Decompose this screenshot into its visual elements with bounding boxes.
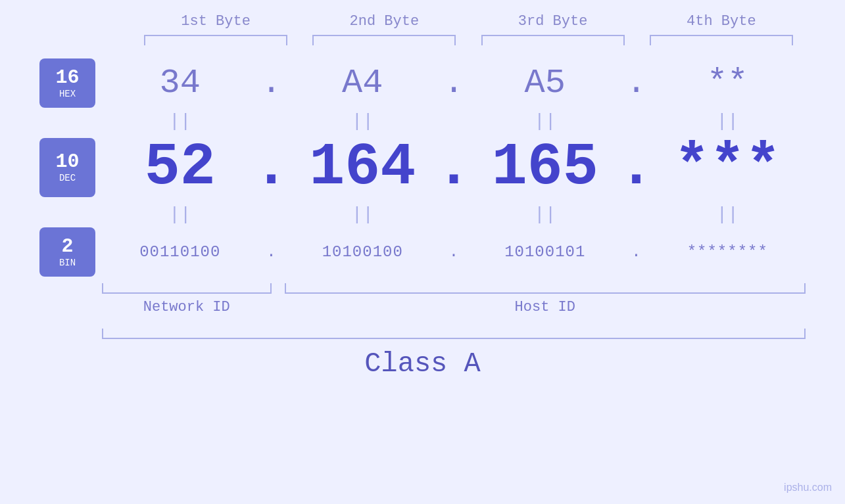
dec-dot-1: . xyxy=(258,134,285,201)
dec-dot-3: . xyxy=(623,134,650,201)
hex-value-4: ** xyxy=(707,64,748,103)
equals-row-1: || || || || xyxy=(39,108,806,134)
bottom-section: Network ID Host ID xyxy=(39,283,806,315)
dec-row: 10 DEC 52 . 164 . 165 . *** xyxy=(39,134,806,201)
hex-row: 16 HEX 34 . A4 . A5 . ** xyxy=(39,58,806,108)
bin-value-4: ******** xyxy=(687,243,768,261)
bracket-overall xyxy=(102,329,806,339)
bin-row: 2 BIN 00110100 . 10100100 . 10100101 . xyxy=(39,227,806,277)
bin-dot-3: . xyxy=(623,243,650,261)
bin-cell-2: 10100100 xyxy=(285,243,441,261)
bracket-top-2 xyxy=(312,35,456,45)
byte-headers: 1st Byte 2nd Byte 3rd Byte 4th Byte xyxy=(39,13,806,30)
eq-cell-2: || xyxy=(285,108,441,134)
hex-cell-2: A4 xyxy=(285,64,441,103)
dec-cell-2: 164 xyxy=(285,134,441,201)
class-row: Class A xyxy=(39,348,806,380)
bin-badge-number: 2 xyxy=(61,237,73,256)
bin-dot-icon-3: . xyxy=(631,243,640,261)
dec-value-4: *** xyxy=(674,134,781,201)
bracket-top-4 xyxy=(650,35,793,45)
dec-dot-icon-3: . xyxy=(619,134,654,201)
dec-cell-1: 52 xyxy=(102,134,258,201)
bin-dot-icon-1: . xyxy=(266,243,276,261)
bracket-host xyxy=(285,283,806,294)
byte-header-1: 1st Byte xyxy=(132,13,300,30)
hex-badge-number: 16 xyxy=(55,68,79,87)
bin-cell-4: ******** xyxy=(650,243,806,261)
bin-cells: 00110100 . 10100100 . 10100101 . *******… xyxy=(102,243,806,261)
labels-row: Network ID Host ID xyxy=(102,299,806,315)
dec-dot-icon-2: . xyxy=(436,134,471,201)
hex-value-2: A4 xyxy=(342,64,383,103)
dec-value-1: 52 xyxy=(145,134,216,201)
bin-value-2: 10100100 xyxy=(322,243,403,261)
dec-badge: 10 DEC xyxy=(39,138,95,197)
hex-cell-4: ** xyxy=(650,64,806,103)
eq-cell-1: || xyxy=(102,108,258,134)
hex-dot-icon-3: . xyxy=(626,64,646,103)
eq-spacer-5 xyxy=(441,201,467,227)
hex-dot-1: . xyxy=(258,64,285,103)
hex-cell-3: A5 xyxy=(467,64,623,103)
byte-header-2: 2nd Byte xyxy=(300,13,468,30)
bin-cell-3: 10100101 xyxy=(467,243,623,261)
hex-value-1: 34 xyxy=(160,64,201,103)
bottom-bracket-row xyxy=(102,283,806,294)
eq-cell-8: || xyxy=(650,201,806,227)
dec-dot-2: . xyxy=(441,134,467,201)
bin-dot-icon-2: . xyxy=(449,243,458,261)
dec-cell-3: 165 xyxy=(467,134,623,201)
overall-bracket-row xyxy=(39,329,806,339)
bin-dot-2: . xyxy=(441,243,467,261)
dec-cells: 52 . 164 . 165 . *** xyxy=(102,134,806,201)
bracket-cell-4 xyxy=(637,35,806,45)
dec-badge-label: DEC xyxy=(59,173,76,183)
byte-header-4: 4th Byte xyxy=(637,13,806,30)
dec-value-2: 164 xyxy=(309,134,416,201)
bin-value-3: 10100101 xyxy=(504,243,585,261)
hex-cell-1: 34 xyxy=(102,64,258,103)
dec-badge-number: 10 xyxy=(55,152,79,172)
eq-cell-4: || xyxy=(650,108,806,134)
bracket-top-1 xyxy=(144,35,287,45)
host-id-label: Host ID xyxy=(285,299,806,315)
bin-badge-label: BIN xyxy=(59,258,76,268)
bracket-top-3 xyxy=(481,35,625,45)
bracket-cell-3 xyxy=(469,35,637,45)
eq-cell-7: || xyxy=(467,201,623,227)
eq-cell-5: || xyxy=(102,201,258,227)
dec-cell-4: *** xyxy=(650,134,806,201)
dec-value-3: 165 xyxy=(492,134,598,201)
bin-dot-1: . xyxy=(258,243,285,261)
hex-dot-icon-2: . xyxy=(443,64,464,103)
class-label: Class A xyxy=(364,348,480,380)
network-id-label: Network ID xyxy=(102,299,272,315)
eq-spacer-4 xyxy=(258,201,285,227)
bracket-cell-1 xyxy=(132,35,300,45)
hex-dot-3: . xyxy=(623,64,650,103)
bracket-network xyxy=(102,283,272,294)
hex-badge: 16 HEX xyxy=(39,58,95,108)
eq-cell-3: || xyxy=(467,108,623,134)
bin-value-1: 00110100 xyxy=(139,243,220,261)
eq-cell-6: || xyxy=(285,201,441,227)
eq-spacer-3 xyxy=(623,108,650,134)
hex-cells: 34 . A4 . A5 . ** xyxy=(102,64,806,103)
eq-spacer-1 xyxy=(258,108,285,134)
hex-dot-icon-1: . xyxy=(261,64,281,103)
bin-badge: 2 BIN xyxy=(39,227,95,277)
watermark: ipshu.com xyxy=(784,482,832,493)
dec-dot-icon-1: . xyxy=(254,134,289,201)
bin-cell-1: 00110100 xyxy=(102,243,258,261)
bracket-cell-2 xyxy=(300,35,468,45)
main-container: 1st Byte 2nd Byte 3rd Byte 4th Byte 16 H… xyxy=(0,0,845,504)
hex-value-3: A5 xyxy=(525,64,566,103)
hex-badge-label: HEX xyxy=(59,89,76,99)
top-bracket-row xyxy=(39,35,806,45)
equals-row-2: || || || || xyxy=(39,201,806,227)
eq-spacer-2 xyxy=(441,108,467,134)
byte-header-3: 3rd Byte xyxy=(469,13,637,30)
hex-dot-2: . xyxy=(441,64,467,103)
eq-spacer-6 xyxy=(623,201,650,227)
